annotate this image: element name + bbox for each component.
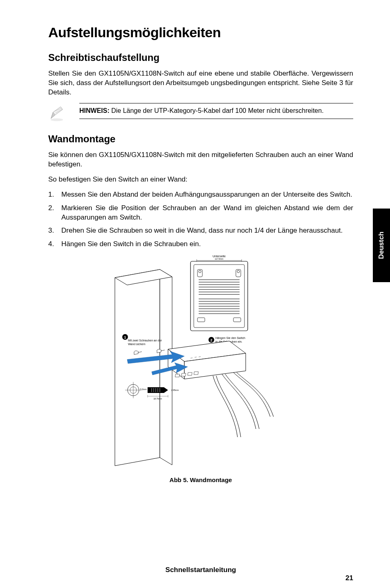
- svg-rect-38: [182, 373, 186, 376]
- note-box: HINWEIS: Die Länge der UTP-Kategory-5-Ka…: [48, 103, 353, 123]
- svg-rect-45: [148, 387, 150, 393]
- section-intro-wall: Sie können den GX1105N/GX1108N-Switch mi…: [48, 150, 353, 169]
- section-body-desktop: Stellen Sie den GX1105N/GX1108N-Switch a…: [48, 69, 353, 97]
- callout-num-2: 2: [210, 338, 212, 342]
- wall-mount-diagram: Unterseite 117.0mm: [111, 253, 291, 474]
- note-text: HINWEIS: Die Länge der UTP-Kategory-5-Ka…: [79, 107, 352, 115]
- section-heading-wall: Wandmontage: [48, 133, 353, 145]
- svg-rect-26: [197, 318, 205, 322]
- svg-label-top: Unterseite: [213, 255, 226, 258]
- note-label: HINWEIS:: [79, 107, 110, 114]
- language-tab-label: Deustch: [377, 231, 386, 259]
- callout-text-1a: Mit zwei Schrauben an der: [128, 339, 162, 342]
- svg-dim-2-95: 2.95mm: [171, 389, 179, 391]
- svg-rect-37: [175, 374, 179, 377]
- note-body: Die Länge der UTP-Kategory-5-Kabel darf …: [110, 107, 324, 114]
- list-item: Markieren Sie die Position der Schrauben…: [48, 204, 353, 222]
- svg-dim-18-75: 18.75mm: [154, 397, 162, 400]
- language-tab: Deustch: [373, 209, 390, 282]
- svg-rect-27: [233, 318, 241, 322]
- callout-num-1: 1: [124, 335, 126, 339]
- pencil-icon: [48, 103, 72, 123]
- page-number: 21: [345, 574, 353, 582]
- figure: Unterseite 117.0mm: [48, 253, 353, 483]
- callout-text-2a: Hängen Sie den Switch: [215, 337, 245, 340]
- figure-caption: Abb 5. Wandmontage: [48, 476, 353, 483]
- svg-rect-40: [194, 372, 198, 375]
- svg-point-23: [199, 270, 201, 273]
- svg-dim-5-3: 5.3mm: [140, 388, 146, 391]
- svg-rect-39: [188, 373, 192, 375]
- svg-dim-117: 117.0mm: [215, 258, 224, 260]
- list-item: Messen Sie den Abstand der beiden Aufhän…: [48, 190, 353, 200]
- footer-title: Schnellstartanleitung: [48, 566, 353, 574]
- svg-point-0: [51, 118, 63, 121]
- page-title: Aufstellungsmöglichkeiten: [48, 25, 353, 40]
- callout-text-1b: Wand sichern: [128, 343, 146, 346]
- instruction-lead: So befestigen Sie den Switch an einer Wa…: [48, 175, 353, 184]
- steps-list: Messen Sie den Abstand der beiden Aufhän…: [48, 190, 353, 249]
- list-item: Hängen Sie den Switch in die Schraubеn e…: [48, 240, 353, 249]
- svg-point-25: [237, 270, 240, 273]
- list-item: Drehen Sie die Schrauben so weit in die …: [48, 226, 353, 236]
- section-heading-desktop: Schreibtischaufstellung: [48, 52, 353, 63]
